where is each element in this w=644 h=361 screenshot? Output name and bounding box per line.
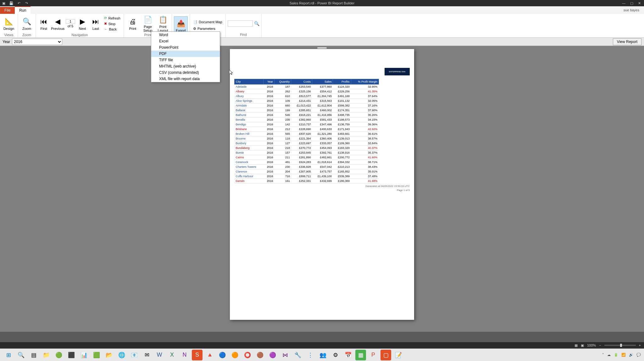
previous-button[interactable]: ◀ Previous xyxy=(51,14,64,33)
column-header: Quantity xyxy=(275,79,291,85)
last-button[interactable]: ⏭ Last xyxy=(90,14,102,33)
chrome-icon[interactable]: 🔵 xyxy=(217,350,228,360)
export-powerpoint[interactable]: PowerPoint xyxy=(151,44,220,51)
app-icon-9[interactable]: ⭕ xyxy=(242,350,253,360)
mail-icon[interactable]: ✉ xyxy=(142,350,152,360)
design-button[interactable]: 📐 Design xyxy=(2,14,16,33)
view-report-button[interactable]: View Report xyxy=(613,38,641,45)
print-button[interactable]: 🖨Print xyxy=(126,14,140,33)
table-row: Broome2016118£221,394£360,406£139,01338.… xyxy=(235,136,379,141)
zoom-button[interactable]: 🔍 Zoom xyxy=(20,14,34,33)
tray-chevron-icon[interactable]: ˄ xyxy=(602,353,604,357)
page-setup-button[interactable]: 📄Page Setup xyxy=(141,14,155,33)
report-table: CityYearQuantityCostsSalesProfits% Profi… xyxy=(234,79,379,183)
document-map-button[interactable]: 📑Document Map xyxy=(192,19,224,25)
tray-notification-icon[interactable]: 💬 xyxy=(636,353,641,357)
tray-battery-icon[interactable]: 🔋 xyxy=(614,353,618,357)
stop-button[interactable]: ✖Stop xyxy=(103,21,122,26)
export-pdf[interactable]: PDF xyxy=(151,51,220,57)
next-icon: ▶ xyxy=(77,17,87,27)
undo-icon[interactable]: ↶ xyxy=(17,1,21,5)
find-input[interactable] xyxy=(228,20,253,27)
onenote-icon[interactable]: N xyxy=(179,350,190,360)
app-icon-11[interactable]: 🟣 xyxy=(267,350,278,360)
maximize-button[interactable]: ▢ xyxy=(630,1,633,5)
print-icon: 🖨 xyxy=(128,17,138,27)
zoom-slider[interactable] xyxy=(604,345,636,346)
app-icon-10[interactable]: 🟤 xyxy=(255,350,265,360)
file-explorer-icon[interactable]: 📁 xyxy=(41,350,52,360)
app-icon-6[interactable]: S xyxy=(192,350,203,360)
last-icon: ⏭ xyxy=(91,17,101,27)
tray-cloud-icon[interactable]: ☁ xyxy=(607,353,611,357)
app-icon-14[interactable]: ▢ xyxy=(380,350,391,360)
parameters-button[interactable]: ⚙Parameters xyxy=(192,26,224,31)
zoom-out-button[interactable]: − xyxy=(599,343,601,347)
excel-icon[interactable]: X xyxy=(167,350,177,360)
app-icon-3[interactable]: 📊 xyxy=(79,350,89,360)
task-view-icon[interactable]: ▤ xyxy=(28,350,39,360)
next-button[interactable]: ▶ Next xyxy=(76,14,88,33)
view-mode-icon[interactable]: ▦ xyxy=(575,343,578,347)
minimize-button[interactable]: — xyxy=(622,1,625,5)
zoom-in-button[interactable]: + xyxy=(639,343,641,347)
table-row: Brisbane2016212£228,690£400,633£171,9434… xyxy=(235,127,379,132)
tab-file[interactable]: File xyxy=(0,7,15,14)
export-word[interactable]: Word xyxy=(151,32,220,38)
view-mode-icon-2[interactable]: ▣ xyxy=(581,343,584,347)
page-info: Page 1 of 5 xyxy=(234,189,410,192)
table-row: Bathurst2016546£918,221£1,416,956£498,73… xyxy=(235,113,379,118)
export-csv[interactable]: CSV (comma delimited) xyxy=(151,69,220,76)
tray-wifi-icon[interactable]: 📶 xyxy=(621,353,626,357)
tray-volume-icon[interactable]: 🔊 xyxy=(629,353,633,357)
statusbar: ▦ ▣ 100% − + xyxy=(0,342,644,348)
table-row: Burnie2016157£253,845£392,761£138,91635.… xyxy=(235,150,379,155)
app-icon: ▣ xyxy=(2,1,6,5)
settings-icon[interactable]: ⚙ xyxy=(330,350,341,360)
export-icon: 📤 xyxy=(176,19,186,29)
export-excel[interactable]: Excel xyxy=(151,38,220,44)
vs-icon[interactable]: ⋈ xyxy=(280,350,291,360)
refresh-button[interactable]: ⟳Refresh xyxy=(103,15,122,21)
teams-icon[interactable]: 👥 xyxy=(318,350,328,360)
table-row: Cessnock2016481£624,283£1,018,614£394,33… xyxy=(235,160,379,165)
export-xml[interactable]: XML file with report data xyxy=(151,76,220,82)
print-layout-button[interactable]: 📋Print Layout xyxy=(156,14,170,33)
close-button[interactable]: ✕ xyxy=(638,1,641,5)
page-setup-icon: 📄 xyxy=(143,15,153,25)
column-header: Costs xyxy=(291,79,312,85)
page-input[interactable] xyxy=(66,19,75,24)
redo-icon[interactable]: ↷ xyxy=(24,1,29,5)
first-button[interactable]: ⏮ First xyxy=(38,14,50,33)
word-icon[interactable]: W xyxy=(154,350,165,360)
table-row: Armidale2016660£1,013,422£1,612,804£599,… xyxy=(235,103,379,108)
vscode-icon[interactable]: ⋮ xyxy=(305,350,316,360)
previous-icon: ◀ xyxy=(53,17,63,27)
table-row: Bundaberg2016218£270,772£454,093£183,320… xyxy=(235,146,379,150)
powerpoint-icon[interactable]: P xyxy=(368,350,379,360)
app-icon-12[interactable]: 🔧 xyxy=(292,350,303,360)
app-icon-8[interactable]: 🟠 xyxy=(230,350,240,360)
app-icon-1[interactable]: 🟢 xyxy=(53,350,64,360)
app-icon-4[interactable]: 🟩 xyxy=(91,350,102,360)
start-button[interactable]: ⊞ xyxy=(3,350,14,360)
app-icon-2[interactable]: ⬛ xyxy=(66,350,77,360)
find-icon[interactable]: 🔍 xyxy=(254,21,259,26)
export-tiff[interactable]: TIFF file xyxy=(151,57,220,63)
app-icon-13[interactable]: ▦ xyxy=(355,350,366,360)
edge-icon[interactable]: 🌐 xyxy=(116,350,127,360)
app-icon-7[interactable]: 🔺 xyxy=(204,350,215,360)
back-button[interactable]: ←Back xyxy=(103,27,122,32)
app-icon-5[interactable]: 📂 xyxy=(104,350,114,360)
outlook-icon[interactable]: 📧 xyxy=(129,350,140,360)
save-icon[interactable]: 💾 xyxy=(9,1,14,5)
zoom-level: 100% xyxy=(587,343,596,347)
search-icon[interactable]: 🔍 xyxy=(16,350,26,360)
calendar-icon[interactable]: 📅 xyxy=(343,350,353,360)
table-row: Cairns2016211£281,890£482,661£200,77241.… xyxy=(235,155,379,160)
year-select[interactable]: 2016 xyxy=(12,39,62,45)
export-mhtml[interactable]: MHTML (web archive) xyxy=(151,63,220,69)
notepad-icon[interactable]: 📝 xyxy=(393,350,404,360)
tab-run[interactable]: Run xyxy=(15,6,31,14)
table-row: Adelaide2016187£253,540£377,860£124,3203… xyxy=(235,85,379,89)
